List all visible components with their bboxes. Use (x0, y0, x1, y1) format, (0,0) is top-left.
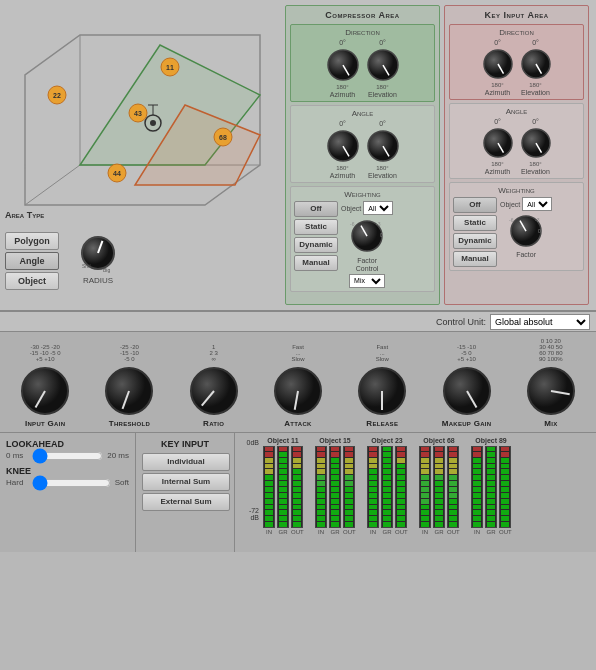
comp-elevation-knob[interactable] (365, 47, 401, 83)
release-label: Release (366, 419, 398, 428)
comp-factor-control: FactorControl Mix (349, 257, 385, 288)
room-view: 11 22 43 68 44 (5, 5, 275, 235)
comp-angle-el-label: Elevation (368, 172, 397, 179)
radius-knob[interactable]: Sml Big (77, 232, 119, 274)
comp-weighting: Weighting Off Static Dynamic Manual Obje… (290, 186, 435, 292)
comp-angle-az-bottom: 180° (336, 165, 348, 171)
key-angle-az-knob[interactable] (481, 126, 515, 160)
mix-knob[interactable] (525, 365, 577, 417)
meter-object-label: Object 15 (311, 437, 359, 444)
internal-sum-button[interactable]: Internal Sum (142, 473, 230, 491)
lower-section: LOOKAHEAD 0 ms 20 ms KNEE Hard Soft (0, 432, 596, 552)
ratio-knob[interactable] (188, 365, 240, 417)
key-angle: Angle 0° 180° Azimuth (449, 103, 584, 179)
release-knob[interactable] (356, 365, 408, 417)
area-type-label: Area Type (5, 210, 119, 220)
knee-slider[interactable] (32, 479, 111, 487)
knee-max: Soft (115, 478, 129, 487)
key-el-top: 0° (532, 39, 539, 46)
room-svg: 11 22 43 68 44 (5, 5, 275, 235)
threshold-knob[interactable] (103, 365, 155, 417)
threshold-label: Threshold (109, 419, 150, 428)
object-button[interactable]: Object (5, 272, 59, 290)
key-input-area-title: Key Input Area (449, 10, 584, 20)
polygon-button[interactable]: Polygon (5, 232, 59, 250)
key-az-container: 0° 180° Azimuth (481, 39, 515, 96)
key-input-section: KEY INPUT Individual Internal Sum Extern… (135, 433, 235, 552)
attack-knob[interactable] (272, 365, 324, 417)
lookahead-group: LOOKAHEAD 0 ms 20 ms (6, 439, 129, 460)
comp-all-select[interactable]: All (363, 201, 393, 215)
comp-off-button[interactable]: Off (294, 201, 338, 217)
key-weighting-knob[interactable]: -6 -3 0 (508, 213, 544, 249)
key-angle-el-knob[interactable] (519, 126, 553, 160)
input-gain-scale-top: -30 -25 -20-15 -10 -5 0+5 +10 (30, 344, 61, 362)
svg-text:0: 0 (538, 228, 541, 234)
makeup-gain-container: -15 -10-5 0+5 +10 Makeup Gain (441, 344, 493, 428)
comp-factor-label: FactorControl (356, 257, 379, 274)
angle-button[interactable]: Angle (5, 252, 59, 270)
svg-text:11: 11 (166, 64, 174, 71)
knee-min: Hard (6, 478, 28, 487)
individual-button[interactable]: Individual (142, 453, 230, 471)
key-off-button[interactable]: Off (453, 197, 497, 213)
comp-weighting-title: Weighting (294, 190, 431, 199)
threshold-container: -25 -20-15 -10-5 0 Threshold (103, 344, 155, 428)
external-sum-button[interactable]: External Sum (142, 493, 230, 511)
lookahead-slider[interactable] (32, 452, 103, 460)
area-type-container: Area Type Polygon Angle Object (5, 210, 119, 290)
comp-angle-el-bottom: 180° (376, 165, 388, 171)
comp-static-button[interactable]: Static (294, 219, 338, 235)
attack-container: Fast...Slow Attack (272, 344, 324, 428)
control-unit-select[interactable]: Global absolut (490, 314, 590, 330)
knobs-row: -30 -25 -20-15 -10 -5 0+5 +10 Input Gain… (0, 332, 596, 432)
key-angle-az-top: 0° (494, 118, 501, 125)
attack-label: Attack (284, 419, 311, 428)
svg-text:68: 68 (219, 134, 227, 141)
comp-manual-button[interactable]: Manual (294, 255, 338, 271)
key-el-bottom: 180° (529, 82, 541, 88)
key-az-label: Azimuth (485, 89, 510, 96)
comp-weighting-row: Off Static Dynamic Manual Object All (294, 201, 431, 288)
control-unit-bar: Control Unit: Global absolut (0, 312, 596, 332)
comp-angle-el-knob[interactable] (365, 128, 401, 164)
key-static-button[interactable]: Static (453, 215, 497, 231)
key-dynamic-button[interactable]: Dynamic (453, 233, 497, 249)
comp-angle-knobs: 0° 180° Azimuth 0° (294, 120, 431, 179)
right-panels: Compressor Area Direction 0° 1 (285, 0, 596, 310)
key-angle-el-container: 0° 180° Elevation (519, 118, 553, 175)
makeup-gain-knob[interactable] (441, 365, 493, 417)
key-all-select[interactable]: All (522, 197, 552, 211)
comp-elevation-label: Elevation (368, 91, 397, 98)
input-gain-knob[interactable] (19, 365, 71, 417)
key-direction-knobs: 0° 180° Azimuth 0° (453, 39, 580, 96)
top-section: 11 22 43 68 44 Area Type (0, 0, 596, 310)
key-el-knob[interactable] (519, 47, 553, 81)
compressor-area: Compressor Area Direction 0° 1 (285, 5, 440, 305)
key-angle-el-top: 0° (532, 118, 539, 125)
key-angle-el-bottom: 180° (529, 161, 541, 167)
comp-dynamic-button[interactable]: Dynamic (294, 237, 338, 253)
control-unit-label: Control Unit: (436, 317, 486, 327)
comp-angle: Angle 0° 180° Azimuth (290, 105, 435, 183)
key-input-title: KEY INPUT (142, 439, 228, 449)
meter-object-label: Object 11 (259, 437, 307, 444)
mix-container: 0 10 2030 40 5060 70 8090 100% Mix (525, 338, 577, 428)
bottom-section: Control Unit: Global absolut -30 -25 -20… (0, 310, 596, 552)
meters-layout: 0dB -72 dB Object 11INGROUTObject 15INGR… (239, 437, 592, 548)
lookahead-min: 0 ms (6, 451, 28, 460)
meter-object-label: Object 23 (363, 437, 411, 444)
comp-mix-select[interactable]: Mix (349, 274, 385, 288)
key-input-area-panel: Key Input Area Direction 0° 18 (444, 5, 589, 305)
key-az-knob[interactable] (481, 47, 515, 81)
comp-angle-az-knob[interactable] (325, 128, 361, 164)
key-manual-button[interactable]: Manual (453, 251, 497, 267)
knee-group: KNEE Hard Soft (6, 466, 129, 487)
key-angle-knobs: 0° 180° Azimuth 0° (453, 118, 580, 175)
comp-weighting-knob[interactable]: -6 -3 0 (348, 217, 386, 255)
input-gain-label: Input Gain (25, 419, 65, 428)
comp-azimuth-knob[interactable] (325, 47, 361, 83)
comp-elevation-container: 0° 180° Elevation (365, 39, 401, 98)
comp-angle-title: Angle (294, 109, 431, 118)
key-angle-el-label: Elevation (521, 168, 550, 175)
